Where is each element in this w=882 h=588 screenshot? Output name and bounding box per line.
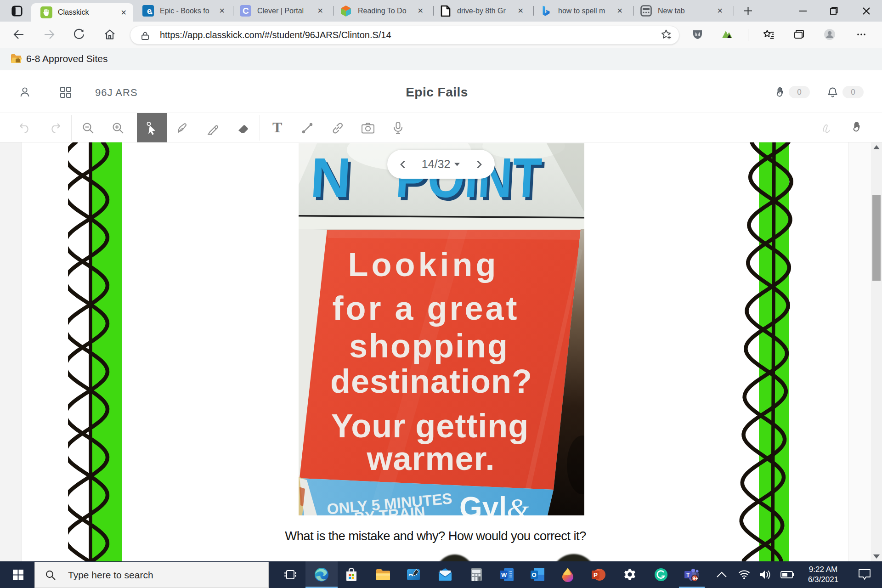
svg-text:e: e [147, 6, 152, 16]
svg-text:C: C [243, 6, 249, 16]
svg-text:9+: 9+ [693, 576, 698, 581]
svg-text:W: W [501, 571, 507, 578]
svg-text:P: P [594, 571, 598, 578]
svg-text:N: N [309, 146, 353, 209]
svg-text:O: O [532, 571, 537, 578]
svg-text:T: T [686, 572, 690, 578]
svg-text:T: T [272, 121, 282, 135]
